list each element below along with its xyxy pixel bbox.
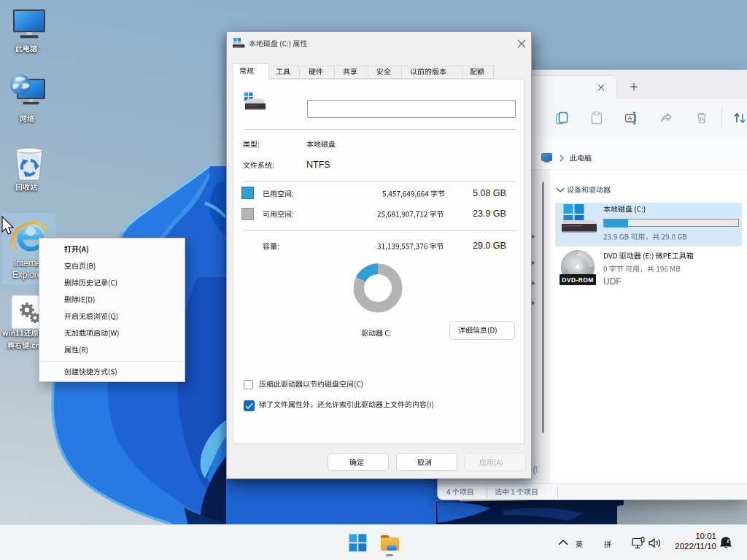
svg-text:z: z [727,537,729,544]
svg-text:A: A [628,114,632,122]
